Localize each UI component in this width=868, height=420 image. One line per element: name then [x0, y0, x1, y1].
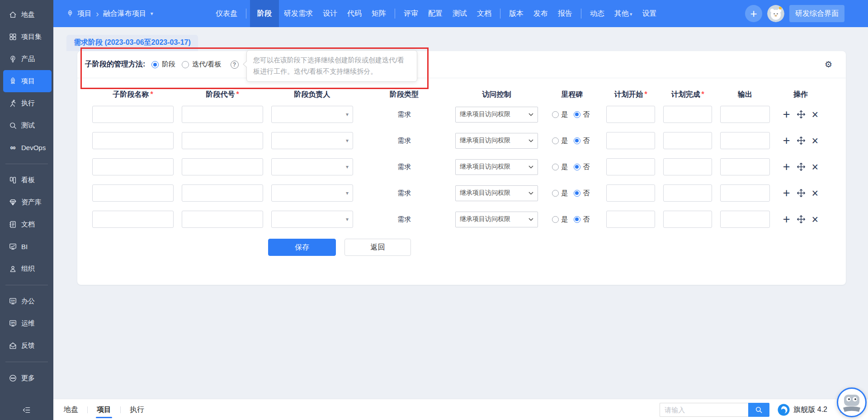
collapse-sidebar-icon[interactable] — [0, 406, 53, 415]
sidebar-item-devops[interactable]: ∞ DevOps — [0, 137, 53, 159]
bottom-tab-execution[interactable]: 执行 — [128, 399, 146, 420]
plan-start-input[interactable] — [606, 106, 655, 123]
menu-item-config[interactable]: 配置 — [423, 0, 448, 27]
stage-owner-select[interactable]: ▾ — [271, 184, 353, 202]
milestone-no-radio[interactable] — [574, 190, 580, 197]
menu-item-report[interactable]: 报告 — [553, 0, 577, 27]
milestone-yes-radio[interactable] — [552, 137, 559, 144]
sidebar-item-project[interactable]: 项目 — [3, 70, 52, 92]
sidebar-item-home[interactable]: 地盘 — [0, 4, 53, 26]
move-row-icon[interactable] — [797, 136, 806, 145]
bottom-tab-home[interactable]: 地盘 — [62, 399, 80, 420]
menu-item-other[interactable]: 其他▾ — [609, 0, 637, 27]
milestone-no-radio[interactable] — [574, 216, 580, 223]
access-control-select[interactable]: 继承项目访问权限 — [455, 133, 538, 149]
milestone-yes-radio[interactable] — [552, 216, 559, 223]
search-button[interactable] — [748, 403, 769, 417]
menu-item-doc[interactable]: 文档 — [472, 0, 496, 27]
project-switcher[interactable]: 融合瀑布项目 — [103, 9, 146, 19]
output-input[interactable] — [720, 211, 770, 228]
sidebar-item-bi[interactable]: BI — [0, 236, 53, 258]
add-row-icon[interactable]: + — [783, 187, 790, 199]
menu-item-release[interactable]: 发布 — [528, 0, 553, 27]
plan-end-input[interactable] — [663, 211, 712, 228]
stage-code-input[interactable] — [182, 184, 263, 202]
menu-item-story[interactable]: 研发需求 — [279, 0, 318, 27]
stage-owner-select[interactable]: ▾ — [271, 132, 353, 149]
milestone-yes-radio[interactable] — [552, 190, 559, 197]
menu-item-settings[interactable]: 设置 — [637, 0, 662, 27]
stage-owner-select[interactable]: ▾ — [271, 158, 353, 175]
menu-item-test[interactable]: 测试 — [448, 0, 472, 27]
avatar[interactable] — [767, 5, 784, 22]
bottom-tab-project[interactable]: 项目 — [95, 399, 113, 420]
method-stage-radio[interactable]: 阶段 — [151, 60, 175, 69]
plan-end-input[interactable] — [663, 106, 712, 123]
sidebar-item-assets[interactable]: 资产库 — [0, 191, 53, 213]
milestone-no-radio[interactable] — [574, 137, 580, 144]
move-row-icon[interactable] — [797, 189, 806, 198]
plan-end-input[interactable] — [663, 158, 712, 175]
stage-code-input[interactable] — [182, 158, 263, 175]
substage-name-input[interactable] — [92, 106, 174, 123]
access-control-select[interactable]: 继承项目访问权限 — [455, 159, 538, 175]
delete-row-icon[interactable]: × — [812, 188, 819, 199]
back-button[interactable]: 返回 — [344, 239, 411, 256]
output-input[interactable] — [720, 158, 770, 175]
plan-start-input[interactable] — [606, 132, 655, 149]
delete-row-icon[interactable]: × — [812, 135, 819, 146]
sidebar-item-docs[interactable]: 文档 — [0, 213, 53, 236]
workbench-button[interactable]: 研发综合界面 — [789, 5, 844, 22]
add-row-icon[interactable]: + — [783, 109, 790, 121]
access-control-select[interactable]: 继承项目访问权限 — [455, 107, 538, 123]
stage-code-input[interactable] — [182, 211, 263, 228]
menu-item-build[interactable]: 版本 — [504, 0, 528, 27]
output-input[interactable] — [720, 184, 770, 202]
help-icon[interactable]: ? — [231, 61, 239, 69]
sidebar-item-program[interactable]: 项目集 — [0, 26, 53, 48]
menu-item-stage[interactable]: 阶段 — [250, 0, 279, 27]
stage-owner-select[interactable]: ▾ — [271, 106, 353, 123]
substage-name-input[interactable] — [92, 158, 174, 175]
plan-start-input[interactable] — [606, 211, 655, 228]
milestone-yes-radio[interactable] — [552, 111, 559, 118]
access-control-select[interactable]: 继承项目访问权限 — [455, 185, 538, 201]
sidebar-item-feedback[interactable]: 反馈 — [0, 335, 53, 357]
menu-item-design[interactable]: 设计 — [318, 0, 342, 27]
breadcrumb-section[interactable]: 项目 — [77, 9, 92, 19]
gear-icon[interactable]: ⚙ — [825, 60, 832, 69]
milestone-no-radio[interactable] — [574, 164, 580, 170]
stage-owner-select[interactable]: ▾ — [271, 211, 353, 228]
sidebar-item-oa[interactable]: OA 办公 — [0, 290, 53, 312]
menu-item-dynamic[interactable]: 动态 — [585, 0, 609, 27]
substage-name-input[interactable] — [92, 132, 174, 149]
menu-item-matrix[interactable]: 矩阵 — [367, 0, 391, 27]
sidebar-item-org[interactable]: 组织 — [0, 258, 53, 280]
plan-start-input[interactable] — [606, 184, 655, 202]
plan-start-input[interactable] — [606, 158, 655, 175]
sidebar-item-ops[interactable]: OPS 运维 — [0, 312, 53, 335]
menu-item-dashboard[interactable]: 仪表盘 — [211, 0, 242, 27]
sidebar-item-more[interactable]: 更多 — [0, 367, 53, 389]
sidebar-item-testing[interactable]: 测试 — [0, 114, 53, 137]
output-input[interactable] — [720, 132, 770, 149]
stage-code-input[interactable] — [182, 106, 263, 123]
delete-row-icon[interactable]: × — [812, 214, 819, 225]
plan-end-input[interactable] — [663, 132, 712, 149]
milestone-yes-radio[interactable] — [552, 164, 559, 170]
move-row-icon[interactable] — [797, 110, 806, 119]
add-row-icon[interactable]: + — [783, 213, 790, 226]
search-input[interactable] — [660, 403, 748, 417]
sidebar-item-kanban[interactable]: 看板 — [0, 169, 53, 191]
menu-item-code[interactable]: 代码 — [342, 0, 367, 27]
assistant-robot-icon[interactable] — [836, 387, 867, 418]
access-control-select[interactable]: 继承项目访问权限 — [455, 212, 538, 227]
output-input[interactable] — [720, 106, 770, 123]
radio-checked-icon[interactable] — [151, 61, 159, 68]
milestone-no-radio[interactable] — [574, 111, 580, 118]
add-row-icon[interactable]: + — [783, 161, 790, 173]
substage-name-input[interactable] — [92, 184, 174, 202]
substage-name-input[interactable] — [92, 211, 174, 228]
move-row-icon[interactable] — [797, 162, 806, 171]
move-row-icon[interactable] — [797, 215, 806, 224]
